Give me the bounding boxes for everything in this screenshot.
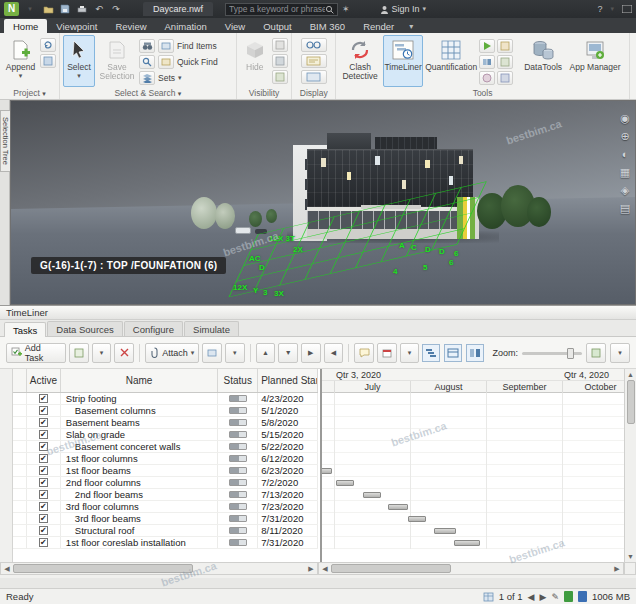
clash-detective-button[interactable]: Clash Detective <box>339 35 381 87</box>
table-scroll-left-icon[interactable]: ◀ <box>1 565 13 573</box>
task-row[interactable]: ✔Basement conceret walls5/22/2020 <box>13 441 318 453</box>
actual-view-toggle[interactable] <box>466 344 484 362</box>
task-row[interactable]: ✔Strip footing4/23/2020 <box>13 393 318 405</box>
quick-find-label[interactable]: Quick Find <box>177 57 218 67</box>
gantt-hscrollbar[interactable]: ◀ ▶ <box>318 562 624 575</box>
hide-button[interactable]: Hide <box>240 35 270 87</box>
task-row[interactable]: ✔Basement beams5/8/2020 <box>13 417 318 429</box>
search-box[interactable] <box>225 3 338 16</box>
column-name[interactable]: Name <box>61 369 218 392</box>
refresh-button[interactable] <box>40 38 56 52</box>
qat-dropdown-icon[interactable]: ▾ <box>23 3 37 16</box>
timeliner-panel-title[interactable]: TimeLiner <box>0 306 636 320</box>
auto-add-tasks-button[interactable]: ▾ <box>92 343 112 363</box>
task-row[interactable]: ✔Basement columns5/1/2020 <box>13 405 318 417</box>
indent-button[interactable]: ▶ <box>301 343 321 363</box>
animator-button[interactable] <box>479 39 495 53</box>
task-active-cell[interactable]: ✔ <box>27 477 61 488</box>
unhide-all-button[interactable] <box>272 70 288 84</box>
ribbon-tab-viewpoint[interactable]: Viewpoint <box>47 19 106 33</box>
insert-task-button[interactable] <box>69 343 89 363</box>
task-active-cell[interactable]: ✔ <box>27 429 61 440</box>
quick-find-icon[interactable] <box>139 55 155 69</box>
save-icon[interactable] <box>58 3 72 16</box>
nav-tool-icon-0[interactable]: ◉ <box>618 111 632 125</box>
zoom-slider[interactable] <box>522 346 582 360</box>
select-button[interactable]: Select ▾ <box>63 35 95 87</box>
nav-tool-icon-2[interactable]: ◐ <box>618 147 632 161</box>
task-row[interactable]: ✔3rd floor beams7/31/2020 <box>13 513 318 525</box>
app-manager-button[interactable]: App Manager <box>567 35 623 87</box>
sets-label[interactable]: Sets <box>158 73 175 83</box>
window-options-icon[interactable] <box>622 5 632 13</box>
column-active[interactable]: Active <box>27 369 61 392</box>
append-button[interactable]: Append ▾ <box>3 35 38 87</box>
ribbon-tab-bim-360[interactable]: BIM 360 <box>301 19 354 33</box>
task-checkbox[interactable]: ✔ <box>39 442 48 451</box>
move-up-button[interactable]: ▲ <box>256 343 276 363</box>
visibility-group-label[interactable]: Visibility <box>237 88 292 98</box>
table-hscrollbar[interactable]: ◀ ▶ <box>0 562 318 575</box>
table-scroll-right-icon[interactable]: ▶ <box>305 565 317 573</box>
dates-button[interactable] <box>377 343 397 363</box>
attach-button[interactable]: Attach ▾ <box>145 343 199 363</box>
scroll-up-icon[interactable]: ▲ <box>627 369 634 380</box>
gantt-bar[interactable] <box>322 468 332 474</box>
task-checkbox[interactable]: ✔ <box>39 418 48 427</box>
clear-attachment-button[interactable]: ▾ <box>225 343 245 363</box>
properties-button[interactable] <box>301 70 327 84</box>
task-row[interactable]: ✔2nd floor columns7/2/2020 <box>13 477 318 489</box>
gantt-scroll-right-icon[interactable]: ▶ <box>611 565 623 573</box>
ribbon-tab-animation[interactable]: Animation <box>156 19 216 33</box>
task-row[interactable]: ✔2nd floor beams7/13/2020 <box>13 489 318 501</box>
ribbon-tab-render[interactable]: Render <box>354 19 403 33</box>
task-row[interactable]: ✔1st floor columns6/12/2020 <box>13 453 318 465</box>
scripter-button[interactable] <box>497 39 513 53</box>
undo-icon[interactable]: ↶ <box>92 3 106 16</box>
auto-attach-button[interactable] <box>202 343 222 363</box>
task-checkbox[interactable]: ✔ <box>39 490 48 499</box>
help-icon[interactable]: ? <box>597 4 602 14</box>
column-planned-start[interactable]: Planned Start <box>258 369 318 392</box>
reset-all-button[interactable] <box>40 54 56 68</box>
filter-caret-button[interactable]: ▾ <box>400 343 420 363</box>
timeliner-tab-configure[interactable]: Configure <box>124 321 183 336</box>
gantt-bar[interactable] <box>434 528 456 534</box>
vertical-scrollbar[interactable]: ▲ ▼ <box>624 369 636 562</box>
open-icon[interactable] <box>41 3 55 16</box>
appearance-profiler-button[interactable] <box>479 71 495 85</box>
nav-tool-icon-3[interactable]: ▦ <box>618 165 632 179</box>
move-down-button[interactable]: ▼ <box>278 343 298 363</box>
help-caret-icon[interactable]: ▾ <box>610 6 614 12</box>
gantt-bar[interactable] <box>454 540 480 546</box>
task-checkbox[interactable]: ✔ <box>39 514 48 523</box>
task-active-cell[interactable]: ✔ <box>27 393 61 404</box>
task-row[interactable]: ✔1st floor coreslab installation7/31/202… <box>13 537 318 549</box>
save-selection-button[interactable]: Save Selection <box>97 35 137 87</box>
search-icon[interactable] <box>325 5 334 14</box>
task-active-cell[interactable]: ✔ <box>27 501 61 512</box>
task-checkbox[interactable]: ✔ <box>39 538 48 547</box>
gantt-bar[interactable] <box>408 516 426 522</box>
find-items-icon[interactable] <box>139 39 155 53</box>
export-schedule-button[interactable]: ▾ <box>610 343 630 363</box>
3d-viewport[interactable]: 12X 3T2XACDD6ACD45612XY33X G(-16)-1(-7) … <box>10 100 636 305</box>
require-button[interactable] <box>272 38 288 52</box>
task-checkbox[interactable]: ✔ <box>39 454 48 463</box>
nav-tool-icon-5[interactable]: ▤ <box>618 201 632 215</box>
sheet-browser-icon[interactable] <box>483 592 494 602</box>
ribbon-tab-output[interactable]: Output <box>254 19 301 33</box>
task-checkbox[interactable]: ✔ <box>39 526 48 535</box>
gantt-hscroll-thumb[interactable] <box>331 564 451 573</box>
ribbon-tab-home[interactable]: Home <box>4 19 47 33</box>
print-icon[interactable] <box>75 3 89 16</box>
gantt-bar[interactable] <box>336 480 354 486</box>
task-active-cell[interactable]: ✔ <box>27 417 61 428</box>
find-items-options-icon[interactable] <box>158 39 174 53</box>
task-active-cell[interactable]: ✔ <box>27 453 61 464</box>
quick-properties-button[interactable] <box>301 54 327 68</box>
project-browser-button[interactable] <box>497 71 513 85</box>
batch-utility-button[interactable] <box>497 55 513 69</box>
links-button[interactable] <box>301 38 327 52</box>
search-input[interactable] <box>229 4 325 14</box>
